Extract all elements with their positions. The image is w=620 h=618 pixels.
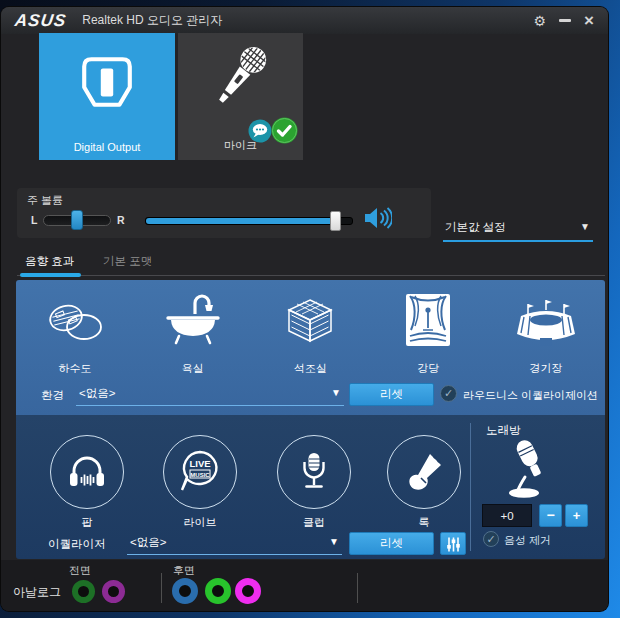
karaoke-microphone-icon xyxy=(498,437,566,501)
eq-preset-rock[interactable] xyxy=(387,435,461,509)
svg-text:LIVE: LIVE xyxy=(189,458,210,469)
sound-effects-panel: 하수도 욕실 석조실 강당 경기장 환경 <없음> ▼ 리셋 ✓ 라우드니스 이… xyxy=(16,280,605,559)
asus-logo: ASUS xyxy=(14,11,68,31)
device-tile-microphone[interactable]: 마이크 xyxy=(178,33,303,160)
jack-rear-green[interactable] xyxy=(205,578,231,604)
analog-jack-panel: 전면 후면 아날로그 xyxy=(1,560,608,611)
microphone-icon xyxy=(204,41,276,113)
eq-preset-label: 라이브 xyxy=(163,515,237,530)
device-tile-label: 마이크 xyxy=(178,138,303,153)
volume-thumb[interactable] xyxy=(330,211,341,231)
stadium-icon xyxy=(514,286,578,348)
balance-thumb[interactable] xyxy=(71,210,83,230)
equalizer-dropdown[interactable]: <없음> ▼ xyxy=(127,531,342,555)
master-volume-label: 주 볼륨 xyxy=(27,193,63,208)
karaoke-key-value: +0 xyxy=(482,504,532,527)
headphones-icon xyxy=(64,449,110,495)
environment-reset-button[interactable]: 리셋 xyxy=(349,383,434,406)
env-preset-label: 석조실 xyxy=(294,361,327,376)
env-preset-label: 경기장 xyxy=(530,361,563,376)
analog-label: 아날로그 xyxy=(13,584,61,601)
jack-front-magenta[interactable] xyxy=(102,580,125,603)
jack-divider xyxy=(357,573,358,603)
default-settings-value: 기본값 설정 xyxy=(445,220,506,235)
env-preset-stone-room[interactable] xyxy=(252,286,370,348)
guitar-icon xyxy=(401,449,447,495)
tab-sound-effects[interactable]: 음향 효과 xyxy=(25,254,74,269)
app-window: ASUS Realtek HD 오디오 관리자 ⚙ × Digital Outp… xyxy=(1,7,608,611)
loudness-equalization-checkbox[interactable]: ✓ xyxy=(440,385,457,402)
env-preset-sewer[interactable] xyxy=(16,286,134,348)
front-panel-label: 전면 xyxy=(69,563,91,578)
eq-preset-label: 클럽 xyxy=(277,515,351,530)
loudness-equalization-label: 라우드니스 이퀄라이제이션 xyxy=(463,388,598,403)
balance-left-label: L xyxy=(31,214,37,226)
speaker-icon[interactable] xyxy=(364,207,392,229)
equalizer-section: LIVE MUSIC xyxy=(16,415,605,559)
volume-slider[interactable] xyxy=(145,217,353,225)
eq-preset-pop[interactable] xyxy=(50,435,124,509)
eq-preset-club[interactable] xyxy=(277,435,351,509)
eq-preset-live[interactable]: LIVE MUSIC xyxy=(163,435,237,509)
env-preset-auditorium[interactable] xyxy=(369,286,487,348)
chevron-down-icon: ▼ xyxy=(331,387,341,398)
active-tab-underline xyxy=(20,273,81,277)
equalizer-dropdown-value: <없음> xyxy=(130,535,166,550)
eq-preset-label: 팝 xyxy=(50,515,124,530)
environment-dropdown[interactable]: <없음> ▼ xyxy=(76,382,344,406)
title-bar: ASUS Realtek HD 오디오 관리자 ⚙ × xyxy=(1,7,608,34)
voice-removal-label: 음성 제거 xyxy=(504,533,551,548)
settings-gear-icon[interactable]: ⚙ xyxy=(534,14,547,28)
digital-output-icon xyxy=(78,53,136,111)
karaoke-key-minus-button[interactable]: − xyxy=(539,504,562,527)
jack-rear-blue[interactable] xyxy=(172,578,198,604)
default-settings-dropdown[interactable]: 기본값 설정 ▼ xyxy=(443,216,593,242)
karaoke-divider xyxy=(470,423,471,551)
env-preset-label: 하수도 xyxy=(58,361,91,376)
stage-curtain-icon xyxy=(403,286,453,348)
graphic-eq-button[interactable] xyxy=(440,532,466,555)
chevron-down-icon: ▼ xyxy=(580,221,590,232)
eq-preset-label: 록 xyxy=(387,515,461,530)
desktop-background: { "titlebar": { "brand": "ASUS", "title"… xyxy=(0,0,620,618)
live-music-bubble-icon: LIVE MUSIC xyxy=(176,448,224,496)
env-preset-label: 욕실 xyxy=(182,361,204,376)
master-volume-panel: 주 볼륨 L R xyxy=(17,188,431,238)
svg-text:MUSIC: MUSIC xyxy=(190,472,210,478)
close-button[interactable]: × xyxy=(584,14,594,28)
device-tile-digital-output[interactable]: Digital Output xyxy=(39,33,175,160)
env-preset-stadium[interactable] xyxy=(487,286,605,348)
device-tile-label: Digital Output xyxy=(39,141,175,153)
voice-removal-checkbox[interactable]: ✓ xyxy=(483,531,499,547)
jack-rear-magenta[interactable] xyxy=(235,578,261,604)
window-title: Realtek HD 오디오 관리자 xyxy=(82,12,222,29)
sewer-pipe-icon xyxy=(44,286,106,348)
stone-cube-icon xyxy=(283,286,337,348)
eq-sliders-icon xyxy=(445,536,462,553)
bathtub-icon xyxy=(165,286,221,348)
environment-row-label: 환경 xyxy=(41,388,64,403)
env-preset-label: 강당 xyxy=(417,361,439,376)
tab-divider-line xyxy=(17,275,605,276)
chevron-down-icon: ▼ xyxy=(329,536,339,547)
rear-panel-label: 후면 xyxy=(173,563,195,578)
minimize-button[interactable] xyxy=(559,19,571,22)
studio-microphone-icon xyxy=(292,449,336,495)
env-preset-bathroom[interactable] xyxy=(134,286,252,348)
equalizer-reset-button[interactable]: 리셋 xyxy=(349,532,434,555)
balance-right-label: R xyxy=(117,214,125,226)
volume-fill xyxy=(146,218,336,224)
karaoke-key-plus-button[interactable]: + xyxy=(565,504,588,527)
jack-front-green[interactable] xyxy=(72,580,95,603)
environment-section: 하수도 욕실 석조실 강당 경기장 환경 <없음> ▼ 리셋 ✓ 라우드니스 이… xyxy=(16,280,605,415)
tab-default-format[interactable]: 기본 포맷 xyxy=(103,254,152,269)
balance-slider[interactable] xyxy=(43,215,111,226)
karaoke-label: 노래방 xyxy=(486,423,521,438)
environment-dropdown-value: <없음> xyxy=(79,386,115,401)
equalizer-row-label: 이퀄라이저 xyxy=(48,537,106,552)
jack-divider xyxy=(161,573,162,603)
